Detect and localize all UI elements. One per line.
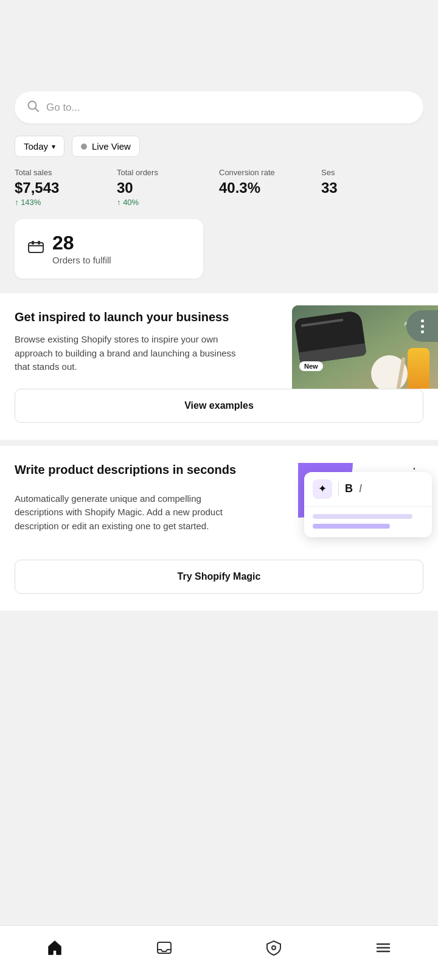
chevron-down-icon: ▾ (52, 142, 55, 151)
magic-image: ✦ B I (292, 463, 438, 566)
inspire-title: Get inspired to launch your business (15, 310, 240, 324)
stat-sessions-value: 33 (321, 179, 423, 196)
hamburger-menu-icon (375, 939, 392, 961)
stat-total-sales: Total sales $7,543 143% (15, 168, 117, 207)
inspire-description: Browse existing Shopify stores to inspir… (15, 333, 240, 374)
tags-icon (265, 939, 282, 961)
today-label: Today (24, 141, 48, 151)
stat-conversion-rate-label: Conversion rate (219, 168, 321, 177)
inbox-icon (156, 939, 173, 961)
svg-point-6 (272, 946, 276, 950)
stat-total-orders-value: 30 (117, 179, 219, 196)
magic-title: Write product descriptions in seconds (15, 463, 236, 477)
magic-section: Write product descriptions in seconds ⋮ … (0, 446, 438, 560)
stats-row: Total sales $7,543 143% Total orders 30 … (0, 168, 438, 219)
stat-total-sales-value: $7,543 (15, 179, 117, 196)
today-button[interactable]: Today ▾ (15, 136, 64, 157)
svg-line-1 (35, 108, 38, 111)
svg-rect-2 (29, 243, 43, 252)
search-bar-container: Go to... (0, 91, 438, 136)
home-icon (46, 939, 63, 961)
orders-count: 28 (52, 232, 111, 254)
magic-description: Automatically generate unique and compel… (15, 492, 252, 533)
fab-dots-icon (421, 319, 424, 333)
orders-tray-icon (28, 240, 44, 257)
fab-menu-button[interactable] (406, 310, 438, 342)
stat-sessions-label: Ses (321, 168, 423, 177)
nav-inbox[interactable] (109, 934, 219, 965)
section-divider-1 (0, 440, 438, 446)
nav-menu[interactable] (328, 934, 438, 965)
search-placeholder: Go to... (46, 102, 80, 114)
magic-bold-icon: B (345, 482, 353, 495)
top-spacer (0, 0, 438, 91)
stat-conversion-rate: Conversion rate 40.3% (219, 168, 321, 207)
svg-rect-4 (38, 241, 40, 245)
orders-card[interactable]: 28 Orders to fulfill (15, 219, 203, 279)
search-bar[interactable]: Go to... (15, 91, 423, 123)
orders-section: 28 Orders to fulfill (0, 219, 438, 293)
svg-rect-3 (32, 241, 34, 245)
stat-total-orders-change: 40% (117, 198, 219, 207)
search-icon (27, 100, 39, 115)
view-examples-container: View examples (0, 389, 438, 440)
orders-label: Orders to fulfill (52, 255, 111, 265)
stat-sessions: Ses 33 (321, 168, 423, 207)
bottom-nav (0, 925, 438, 980)
orders-content: 28 Orders to fulfill (52, 232, 111, 265)
nav-home[interactable] (0, 934, 109, 965)
bottom-gray-area (0, 611, 438, 745)
view-examples-button[interactable]: View examples (15, 389, 423, 423)
nav-tags[interactable] (219, 934, 328, 965)
stat-total-sales-label: Total sales (15, 168, 117, 177)
stat-conversion-rate-value: 40.3% (219, 179, 321, 196)
stat-total-orders: Total orders 30 40% (117, 168, 219, 207)
try-magic-container: Try Shopify Magic (0, 560, 438, 611)
stat-total-orders-label: Total orders (117, 168, 219, 177)
stat-total-sales-change: 143% (15, 198, 117, 207)
live-view-button[interactable]: Live View (72, 136, 140, 157)
magic-sparkle-icon: ✦ (313, 479, 332, 499)
live-dot-icon (81, 144, 87, 150)
controls-row: Today ▾ Live View (0, 136, 438, 168)
new-badge: New (299, 361, 323, 371)
inspire-section: Get inspired to launch your business Bro… (0, 293, 438, 389)
live-view-label: Live View (92, 141, 131, 151)
magic-italic-icon: I (359, 482, 362, 495)
